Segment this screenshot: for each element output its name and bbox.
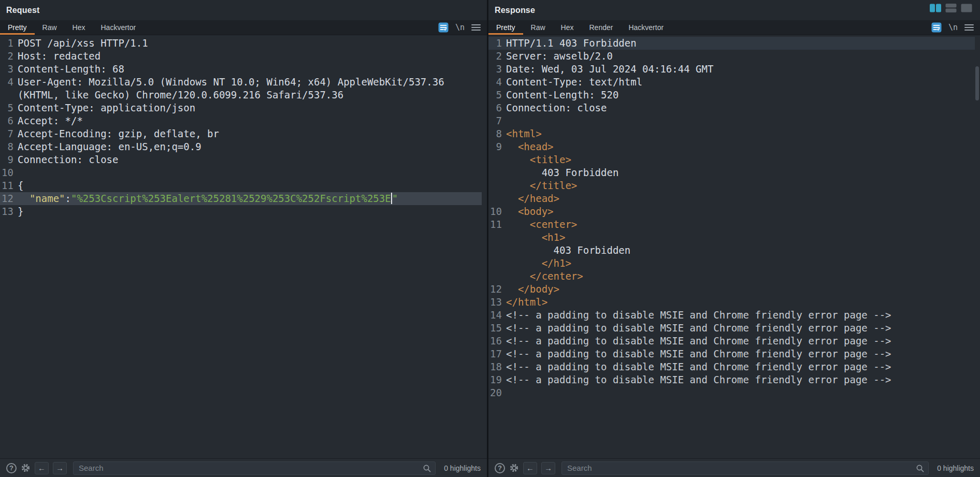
code-line[interactable]: 18<!-- a padding to disable MSIE and Chr… (488, 360, 975, 373)
code-line[interactable]: 12 "name":"%253Cscript%253Ealert%25281%2… (0, 192, 482, 205)
search-settings-button[interactable] (509, 463, 519, 473)
code-line[interactable]: 5Content-Type: application/json (0, 102, 482, 114)
code-text: Accept-Language: en-US,en;q=0.9 (18, 140, 482, 153)
editor-menu-icon[interactable] (471, 24, 481, 31)
single-view-button[interactable] (960, 3, 973, 13)
stacked-view-button[interactable] (945, 3, 957, 13)
line-number: 2 (0, 50, 13, 63)
code-line[interactable]: 16<!-- a padding to disable MSIE and Chr… (488, 335, 975, 348)
search-input[interactable] (561, 461, 929, 475)
tab-raw[interactable]: Raw (523, 20, 553, 35)
line-number: 1 (488, 37, 502, 50)
code-line[interactable]: 403 Forbidden (488, 166, 975, 179)
tab-hackvertor[interactable]: Hackvertor (93, 20, 144, 35)
code-line[interactable]: 403 Forbidden (488, 244, 975, 257)
code-line[interactable]: </head> (488, 192, 975, 205)
code-line[interactable]: 1HTTP/1.1 403 Forbidden (488, 37, 975, 50)
line-number: 3 (488, 63, 502, 76)
help-icon[interactable]: ? (6, 463, 17, 473)
code-line[interactable]: 14<!-- a padding to disable MSIE and Chr… (488, 309, 975, 322)
code-line[interactable]: 6Accept: */* (0, 114, 482, 127)
scrollbar-thumb[interactable] (975, 66, 979, 100)
code-line[interactable]: 10 (0, 166, 482, 179)
response-header: Response (488, 0, 980, 20)
code-line[interactable]: 9Connection: close (0, 153, 482, 166)
soft-wrap-icon[interactable] (438, 22, 449, 33)
code-line[interactable]: 13} (0, 205, 482, 218)
request-tabbar-icons: \n (438, 20, 481, 35)
single-view-icon (961, 4, 972, 12)
code-line[interactable]: <h1> (488, 231, 975, 244)
code-text: Content-Type: application/json (18, 102, 482, 114)
code-line[interactable]: 17<!-- a padding to disable MSIE and Chr… (488, 348, 975, 360)
tab-hackvertor[interactable]: Hackvertor (621, 20, 671, 35)
side-by-side-view-button[interactable] (929, 3, 942, 13)
request-editor[interactable]: 1POST /api/xss HTTP/1.12Host: redacted3C… (0, 35, 487, 458)
code-line[interactable]: 8<html> (488, 127, 975, 140)
request-header: Request (0, 0, 487, 20)
code-line[interactable]: 20 (488, 386, 975, 399)
newline-toggle-icon[interactable]: \n (455, 23, 465, 32)
gear-icon (21, 463, 31, 473)
newline-toggle-icon[interactable]: \n (948, 23, 958, 32)
code-line[interactable]: 10 <body> (488, 205, 975, 218)
code-line[interactable]: 1POST /api/xss HTTP/1.1 (0, 37, 482, 50)
code-line[interactable]: 19<!-- a padding to disable MSIE and Chr… (488, 373, 975, 386)
line-number: 4 (488, 76, 502, 89)
code-line[interactable]: 4Content-Type: text/html (488, 76, 975, 89)
line-number: 9 (488, 140, 502, 153)
help-icon[interactable]: ? (495, 463, 505, 473)
tab-pretty[interactable]: Pretty (0, 20, 35, 35)
code-line[interactable]: 5Content-Length: 520 (488, 89, 975, 102)
search-prev-button[interactable]: ← (523, 462, 537, 474)
code-line[interactable]: <title> (488, 153, 975, 166)
code-line[interactable]: </title> (488, 179, 975, 192)
code-line[interactable]: 8Accept-Language: en-US,en;q=0.9 (0, 140, 482, 153)
code-text: <body> (506, 205, 975, 218)
editor-menu-icon[interactable] (964, 24, 974, 31)
search-next-button[interactable]: → (541, 462, 555, 474)
code-text: <!-- a padding to disable MSIE and Chrom… (506, 335, 975, 348)
code-line[interactable]: 13</html> (488, 296, 975, 309)
search-settings-button[interactable] (21, 463, 31, 473)
search-field-wrap (561, 461, 929, 475)
code-line[interactable]: 2Server: awselb/2.0 (488, 50, 975, 63)
line-number: 18 (488, 360, 502, 373)
code-line[interactable]: 7Accept-Encoding: gzip, deflate, br (0, 127, 482, 140)
tab-raw[interactable]: Raw (35, 20, 65, 35)
code-line[interactable]: 11 <center> (488, 218, 975, 231)
code-line[interactable]: 7 (488, 114, 975, 127)
search-next-button[interactable]: → (53, 462, 67, 474)
code-line[interactable]: 9 <head> (488, 140, 975, 153)
code-line[interactable]: 6Connection: close (488, 102, 975, 114)
request-tabs: PrettyRawHexHackvertor (0, 20, 143, 35)
code-text: </h1> (506, 257, 975, 270)
code-line[interactable]: 2Host: redacted (0, 50, 482, 63)
line-number (488, 153, 502, 166)
code-line[interactable]: 11{ (0, 179, 482, 192)
line-number: 10 (0, 166, 13, 179)
code-line[interactable]: </center> (488, 270, 975, 283)
search-prev-button[interactable]: ← (35, 462, 49, 474)
code-text: <h1> (506, 231, 975, 244)
code-text: </body> (506, 283, 975, 296)
response-tabs: PrettyRawHexRenderHackvertor (488, 20, 671, 35)
line-number (488, 166, 502, 179)
code-line[interactable]: </h1> (488, 257, 975, 270)
code-text: <!-- a padding to disable MSIE and Chrom… (506, 348, 975, 360)
tab-hex[interactable]: Hex (65, 20, 93, 35)
view-layout-controls (929, 3, 973, 13)
code-line[interactable]: 3Content-Length: 68 (0, 63, 482, 76)
tab-pretty[interactable]: Pretty (488, 20, 523, 35)
magnifier-icon (423, 464, 431, 473)
line-number: 7 (488, 114, 502, 127)
search-input[interactable] (73, 461, 436, 475)
soft-wrap-icon[interactable] (931, 22, 942, 33)
tab-hex[interactable]: Hex (553, 20, 582, 35)
code-line[interactable]: 4User-Agent: Mozilla/5.0 (Windows NT 10.… (0, 76, 482, 102)
code-line[interactable]: 15<!-- a padding to disable MSIE and Chr… (488, 322, 975, 335)
tab-render[interactable]: Render (582, 20, 621, 35)
code-line[interactable]: 3Date: Wed, 03 Jul 2024 04:16:44 GMT (488, 63, 975, 76)
code-line[interactable]: 12 </body> (488, 283, 975, 296)
response-editor[interactable]: 1HTTP/1.1 403 Forbidden2Server: awselb/2… (488, 35, 980, 458)
